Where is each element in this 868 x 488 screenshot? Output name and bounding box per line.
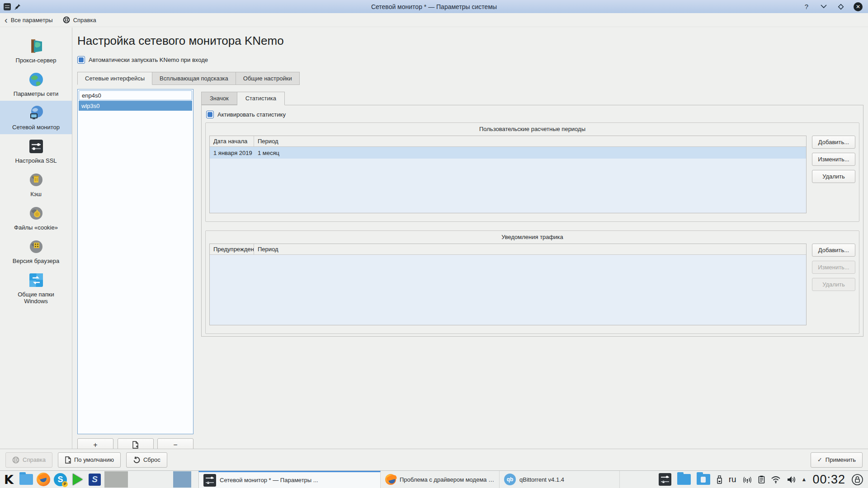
table-row[interactable]: 1 января 2019 1 месяц — [210, 147, 806, 159]
interfaces-tab-content: enp4s0 wlp3s0 + − Значок Статистика Акти… — [77, 85, 868, 451]
firefox-launcher[interactable] — [36, 473, 50, 487]
sidebar-item-label: Версия браузера — [13, 258, 59, 264]
interface-settings-panel: Значок Статистика Активировать статистик… — [201, 85, 863, 451]
media-player-launcher[interactable] — [71, 473, 85, 487]
billing-periods-body: Дата начала Период 1 января 2019 1 месяц… — [206, 135, 859, 218]
wifi-icon[interactable] — [771, 476, 781, 483]
sidebar-item-network-settings[interactable]: Параметры сети — [0, 67, 72, 101]
autostart-checkbox[interactable] — [77, 56, 85, 64]
system-tray: ru ▲ 00:32 — [659, 473, 868, 487]
column-period[interactable]: Период — [254, 136, 806, 146]
column-warning[interactable]: Предупрежден — [210, 244, 254, 254]
qbittorrent-icon: qb — [504, 474, 516, 485]
virtual-desktop-1[interactable] — [104, 471, 128, 488]
subtab-icon[interactable]: Значок — [201, 92, 237, 105]
network-monitor-icon — [27, 104, 45, 122]
traffic-add-button[interactable]: Добавить... — [812, 244, 855, 257]
traffic-notifications-body: Предупрежден Период Добавить... Изменить… — [206, 243, 859, 330]
task-firefox[interactable]: Проблема с драйвером модема Hu... — [381, 471, 500, 488]
browser-version-icon — [27, 238, 45, 256]
toolbar-help-button[interactable]: Справка — [63, 16, 96, 23]
mobile-broadband-icon[interactable] — [742, 475, 752, 483]
billing-remove-button[interactable]: Удалить — [812, 170, 855, 183]
enable-statistics-checkbox[interactable] — [206, 111, 214, 118]
lifebuoy-icon — [12, 456, 19, 464]
keyboard-layout-indicator[interactable]: ru — [729, 474, 736, 484]
kde-menu-button[interactable]: K — [2, 473, 16, 487]
traffic-notifications-table[interactable]: Предупрежден Период — [209, 244, 807, 325]
sidebar-item-windows-shares[interactable]: Общие папки Windows — [0, 268, 72, 308]
sidebar-item-label: Сетевой монитор — [12, 124, 60, 131]
folder-trash-icon[interactable] — [697, 474, 710, 485]
skype-icon: SP — [54, 473, 67, 486]
all-settings-label: Все параметры — [11, 17, 53, 23]
maximize-icon[interactable] — [836, 2, 845, 11]
defaults-button[interactable]: По умолчанию — [58, 452, 121, 468]
task-system-settings[interactable]: Сетевой монитор * — Параметры ... — [198, 471, 381, 488]
sidebar-item-cookies[interactable]: Файлы «cookie» — [0, 201, 72, 235]
folder-window-icon[interactable] — [677, 474, 691, 485]
volume-icon[interactable] — [787, 476, 796, 483]
sidebar: Прокси-сервер Параметры сети Сетевой мон… — [0, 28, 72, 449]
billing-buttons: Добавить... Изменить... Удалить — [812, 136, 855, 213]
tray-expander-icon[interactable]: ▲ — [802, 476, 807, 483]
sidebar-item-label: Кэш — [30, 191, 42, 197]
sidebar-item-ssl[interactable]: Настройка SSL — [0, 134, 72, 168]
footer-help-button: Справка — [5, 452, 52, 468]
check-icon: ✓ — [817, 456, 822, 463]
sidebar-item-network-monitor[interactable]: Сетевой монитор — [0, 101, 72, 134]
file-manager-launcher[interactable] — [19, 473, 33, 487]
sidebar-item-cache[interactable]: Кэш — [0, 168, 72, 201]
back-chevron-icon: ‹ — [5, 17, 8, 23]
sidebar-item-label: Прокси-сервер — [16, 57, 57, 64]
billing-periods-group: Пользовательские расчетные периоды Дата … — [205, 122, 859, 222]
interface-item-enp4s0[interactable]: enp4s0 — [79, 90, 192, 100]
virtual-desktop-2[interactable] — [173, 471, 191, 488]
globe-icon — [27, 70, 45, 89]
usb-device-icon[interactable] — [716, 475, 723, 484]
apply-button[interactable]: ✓ Применить — [811, 452, 863, 468]
sidebar-item-label: Настройка SSL — [15, 157, 57, 164]
firefox-icon — [37, 473, 50, 486]
column-period[interactable]: Период — [254, 244, 806, 254]
close-icon[interactable]: ✕ — [854, 2, 863, 11]
taskbar: K SP S Сетевой монитор * — Параметры ...… — [0, 470, 868, 488]
play-icon — [73, 474, 83, 485]
clipboard-icon[interactable] — [758, 475, 765, 483]
column-start-date[interactable]: Дата начала — [210, 136, 254, 146]
sidebar-item-label: Общие папки Windows — [11, 291, 61, 305]
windows-shares-icon — [27, 271, 45, 289]
sidebar-item-label: Файлы «cookie» — [14, 224, 58, 231]
interface-item-wlp3s0[interactable]: wlp3s0 — [79, 101, 192, 111]
cache-icon — [27, 171, 45, 189]
reset-button[interactable]: Сброс — [126, 452, 167, 468]
clock[interactable]: 00:32 — [812, 473, 845, 487]
interface-list[interactable]: enp4s0 wlp3s0 — [77, 89, 193, 434]
proxy-server-icon — [27, 37, 45, 55]
all-settings-button[interactable]: ‹ Все параметры — [5, 17, 53, 23]
firefox-icon — [385, 474, 396, 485]
smplayer-letter: S — [92, 474, 98, 484]
billing-periods-title: Пользовательские расчетные периоды — [206, 123, 859, 135]
footer-bar: Справка По умолчанию Сброс ✓ Применить — [0, 449, 868, 470]
apply-label: Применить — [826, 456, 856, 463]
tab-general[interactable]: Общие настройки — [236, 72, 300, 85]
skype-launcher[interactable]: SP — [53, 473, 67, 487]
help-window-button[interactable]: ? — [802, 2, 811, 11]
task-label: Проблема с драйвером модема Hu... — [400, 476, 495, 483]
billing-add-button[interactable]: Добавить... — [812, 136, 855, 149]
tab-tooltip[interactable]: Всплывающая подсказка — [152, 72, 236, 85]
tab-interfaces[interactable]: Сетевые интерфейсы — [77, 72, 152, 85]
document-plus-icon — [132, 441, 139, 449]
billing-edit-button[interactable]: Изменить... — [812, 153, 855, 166]
task-qbittorrent[interactable]: qb qBittorrent v4.1.4 — [500, 471, 620, 488]
sidebar-item-proxy[interactable]: Прокси-сервер — [0, 34, 72, 67]
system-settings-tray-icon[interactable] — [659, 473, 671, 486]
sidebar-item-browser-id[interactable]: Версия браузера — [0, 235, 72, 268]
smplayer-launcher[interactable]: S — [88, 473, 102, 487]
lock-screen-icon[interactable] — [851, 474, 863, 486]
system-settings-icon — [203, 474, 216, 487]
minimize-icon[interactable] — [819, 2, 828, 11]
subtab-statistics[interactable]: Статистика — [237, 92, 285, 105]
billing-periods-table[interactable]: Дата начала Период 1 января 2019 1 месяц — [209, 136, 807, 213]
